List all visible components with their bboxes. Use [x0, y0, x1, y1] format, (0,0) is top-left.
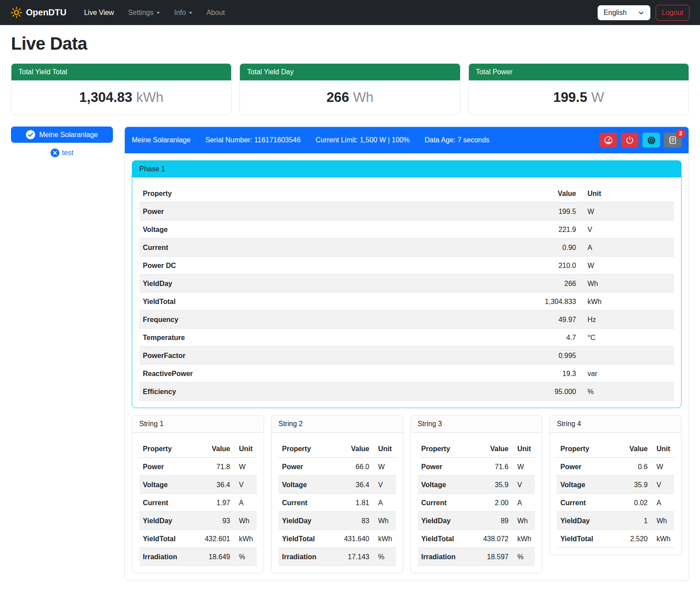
event-log-button[interactable]: 2: [664, 133, 682, 148]
language-select[interactable]: English: [598, 5, 650, 20]
value-cell: 1: [606, 512, 651, 530]
nav-link-settings[interactable]: Settings: [122, 5, 166, 20]
table-row: Temperature4.7°C: [139, 329, 674, 347]
property-cell: YieldTotal: [139, 293, 527, 311]
brand[interactable]: OpenDTU: [11, 7, 66, 18]
table-header-row: PropertyValueUnit: [557, 440, 674, 458]
value-cell: 0.6: [606, 458, 651, 476]
table-row: Current1.81A: [279, 494, 396, 512]
value-cell: 95.000: [527, 383, 580, 401]
inverter-link-label: test: [62, 149, 73, 157]
power-control-button[interactable]: [621, 133, 638, 148]
property-cell: Irradiation: [139, 548, 189, 566]
value-cell: 266: [527, 275, 580, 293]
property-cell: Current: [139, 239, 527, 257]
table-row: YieldDay1Wh: [557, 512, 674, 530]
column-header: Value: [527, 185, 580, 203]
strings-row: String 1 PropertyValueUnitPower71.8WVolt…: [132, 415, 682, 573]
check-circle-icon: [26, 130, 35, 139]
column-header: Unit: [373, 440, 396, 458]
column-header: Value: [189, 440, 234, 458]
value-cell: 0.90: [527, 239, 580, 257]
unit-cell: V: [580, 221, 674, 239]
property-cell: Power: [557, 458, 606, 476]
property-cell: YieldTotal: [139, 530, 189, 548]
value-cell: 18.597: [467, 548, 512, 566]
value-cell: 2.00: [467, 494, 512, 512]
unit-cell: Wh: [234, 512, 257, 530]
table-row: Voltage35.9V: [557, 476, 674, 494]
table-row: ReactivePower19.3var: [139, 365, 674, 383]
value-cell: 17.143: [328, 548, 373, 566]
property-cell: Current: [418, 494, 467, 512]
property-cell: YieldTotal: [279, 530, 328, 548]
value-cell: 93: [189, 512, 234, 530]
unit-cell: °C: [580, 329, 674, 347]
limit-settings-button[interactable]: [599, 133, 617, 148]
card-unit: W: [591, 90, 604, 105]
string-table: PropertyValueUnitPower0.6WVoltage35.9VCu…: [557, 440, 674, 548]
column-header: Property: [139, 440, 189, 458]
table-header-row: PropertyValueUnit: [279, 440, 396, 458]
property-cell: Current: [139, 494, 189, 512]
table-row: Voltage36.4V: [139, 476, 257, 494]
nav-link-live-view[interactable]: Live View: [78, 5, 120, 20]
nav-link-info[interactable]: Info: [168, 5, 199, 20]
inverter-nav: Meine Solaranlage test: [11, 127, 113, 157]
table-row: YieldTotal2.520kWh: [557, 530, 674, 548]
column-header: Property: [139, 185, 527, 203]
nav-link-about[interactable]: About: [200, 5, 231, 20]
inverter-select-label: Meine Solaranlage: [39, 131, 98, 139]
table-header-row: PropertyValueUnit: [139, 440, 257, 458]
value-cell: 1.97: [189, 494, 234, 512]
value-cell: 431.640: [328, 530, 373, 548]
table-row: Voltage36.4V: [279, 476, 396, 494]
card-value: 1,304.83: [79, 90, 132, 105]
table-row: Current2.00A: [418, 494, 535, 512]
table-row: Voltage35.9V: [418, 476, 535, 494]
journal-icon: [668, 135, 678, 145]
property-cell: Irradiation: [279, 548, 328, 566]
unit-cell: A: [651, 494, 674, 512]
card-total-yield-total: Total Yield Total 1,304.83kWh: [11, 63, 232, 115]
property-cell: YieldDay: [418, 512, 467, 530]
table-row: Power66.0W: [279, 458, 396, 476]
logout-button[interactable]: Logout: [656, 5, 689, 21]
column-header: Value: [606, 440, 651, 458]
unit-cell: kWh: [651, 530, 674, 548]
string-panel-2: String 2 PropertyValueUnitPower66.0WVolt…: [271, 415, 403, 573]
column-header: Property: [418, 440, 467, 458]
string-panel-1: String 1 PropertyValueUnitPower71.8WVolt…: [132, 415, 264, 573]
column-header: Unit: [512, 440, 535, 458]
inverter-link-test[interactable]: test: [11, 148, 113, 157]
inverter-data-age: Data Age: 7 seconds: [424, 136, 490, 144]
card-value-line: 1,304.83kWh: [11, 80, 231, 115]
value-cell: 1.81: [328, 494, 373, 512]
unit-cell: A: [234, 494, 257, 512]
value-cell: 210.0: [527, 257, 580, 275]
unit-cell: kWh: [580, 293, 674, 311]
string-title: String 3: [411, 416, 542, 433]
table-row: Power0.6W: [557, 458, 674, 476]
property-cell: Power DC: [139, 257, 527, 275]
property-cell: Current: [557, 494, 606, 512]
device-info-button[interactable]: [642, 133, 660, 148]
unit-cell: %: [234, 548, 257, 566]
value-cell: 66.0: [328, 458, 373, 476]
unit-cell: Wh: [651, 512, 674, 530]
property-cell: YieldDay: [279, 512, 328, 530]
table-row: YieldDay266Wh: [139, 275, 674, 293]
value-cell: 83: [328, 512, 373, 530]
table-row: Voltage221.9V: [139, 221, 674, 239]
card-value-line: 266Wh: [240, 80, 460, 115]
card-title: Total Yield Day: [240, 64, 460, 80]
power-icon: [625, 135, 635, 145]
value-cell: 199.5: [527, 203, 580, 221]
inverter-panel: Meine Solaranlage Serial Number: 1161716…: [124, 127, 689, 581]
inverter-actions: 2: [599, 133, 682, 148]
card-value: 199.5: [553, 90, 588, 105]
card-unit: kWh: [136, 90, 163, 105]
unit-cell: W: [580, 203, 674, 221]
value-cell: 36.4: [328, 476, 373, 494]
inverter-select-button[interactable]: Meine Solaranlage: [11, 127, 113, 143]
